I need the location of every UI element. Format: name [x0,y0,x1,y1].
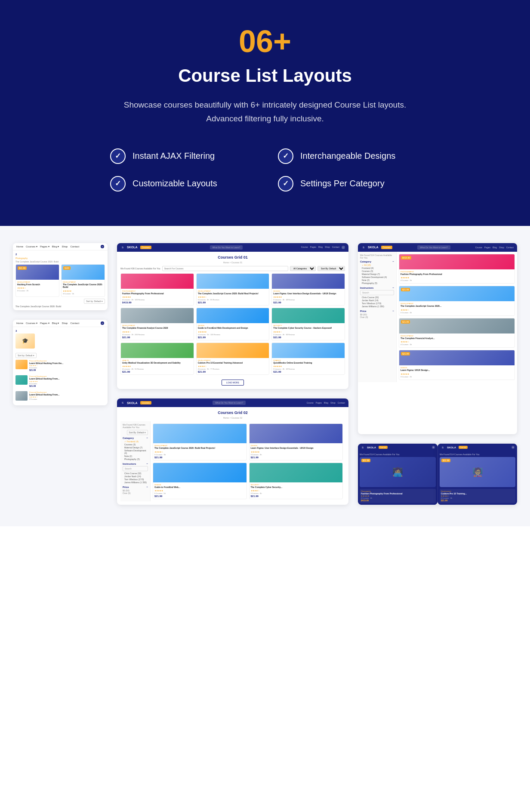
rt-cat-2[interactable]: Courses (3) [360,270,394,272]
search-input[interactable] [162,266,288,271]
nav-home-b: Home [16,322,23,324]
nav-contact-2[interactable]: Contact [338,401,345,404]
lb-thumb-3 [15,391,28,401]
sidebar-cat-5[interactable]: Note (2) [123,455,148,457]
sort-row: Sort By: Default ▾ [123,430,148,435]
sidebar-cat-2[interactable]: Courses (3) [123,443,148,446]
nav-course-2[interactable]: Course [307,401,314,404]
rbl-search-icon[interactable]: ⊙ [432,446,435,449]
sidebar-cat-6[interactable]: Photography (5) [123,458,148,460]
nav-blog-b[interactable]: Blog ▾ [52,321,59,324]
skola-name-r: SKOLA [368,246,379,249]
hero-title: Course List Layouts [17,65,513,86]
cg1-stars-3: ★★★★★ [273,296,343,298]
sort-select-b[interactable]: Sort by: Default ▾ [15,353,37,358]
nav-shop-2[interactable]: Shop [330,401,336,404]
load-more-btn[interactable]: LOAD MORE [222,380,244,386]
cat-toggle[interactable]: − [146,437,148,439]
meta-1: 3 Courses · 2h [17,290,58,292]
features-grid: Instant AJAX Filtering Interchangeable D… [110,148,420,191]
rt-cat-toggle[interactable]: − [392,260,394,263]
rt-inst-2[interactable]: Jordan Nash (14) [360,299,394,302]
cg1-stars-8: ★★★★☆ [198,365,268,367]
rn-pages[interactable]: Pages [484,246,490,249]
hero-description: Showcase courses beautifully with 6+ int… [110,98,420,126]
skola-name-2: SKOLA [127,401,138,404]
cg1-meta-5: 5 Lessons · 5h · 130 Reviews [198,333,268,336]
sidebar-inst-3[interactable]: Tom Villedoux (17/3) [123,478,148,481]
rn-blog[interactable]: Blog [493,246,497,249]
category-select[interactable]: All Categories [290,266,316,271]
rt-found: We Found 514 Courses Available For You [360,254,394,259]
grid02-2col: Development The Complete JavaScript Cour… [153,423,343,499]
rt-cat-6[interactable]: Photography (5) [360,282,394,284]
sidebar-inst-1[interactable]: Chris Course (32) [123,472,148,475]
rn-contact[interactable]: Contact [506,246,514,249]
course-g1-1: Photography Fashion Photography From Pro… [120,273,194,306]
rt-price-toggle[interactable]: − [392,310,394,312]
instructor-search[interactable]: Search [123,466,148,471]
course-title-full: The Complete JavaScript Course 2020: Bui… [15,260,105,263]
sidebar-cat-4[interactable]: Software Development (4) [123,449,148,454]
cg1-price-2: $21.99 [198,301,268,304]
nav-blog-2[interactable]: Blog [324,401,328,404]
nav-shop[interactable]: Shop [62,245,68,248]
cart-icon[interactable]: 🛒 [342,246,345,249]
rbr-course: Development Cubism Pro 10 Training... ★★… [440,489,515,503]
rt-inst-4[interactable]: James Williams (1 350) [360,305,394,308]
sidebar-inst-4[interactable]: James Williams (1 350) [123,481,148,484]
price-toggle[interactable]: − [146,486,148,488]
nav-blog[interactable]: Blog ▾ [52,245,59,248]
nav-shop-link[interactable]: Shop [325,246,330,249]
rn-course[interactable]: Course [475,246,482,249]
rt-cat-1[interactable]: Frontend (4) [360,267,394,269]
left-bottom-courses: Personal Development Learn Ethical Hacki… [15,360,105,403]
rt-cat-4[interactable]: Software Development (4) [360,276,394,278]
rn-shop[interactable]: Shop [499,246,504,249]
instructor-toggle[interactable]: − [146,463,148,465]
nav-pages[interactable]: Pages ▾ [40,245,49,248]
sort-select-g2[interactable]: Sort By: Default ▾ [127,430,148,435]
sort-select[interactable]: Sort by: Default ▾ [84,299,105,304]
rt-cat-5[interactable]: Note (2) [360,279,394,281]
nav-shop-b[interactable]: Shop [62,322,68,324]
price-1: $21.99 [18,266,27,270]
nav-pages-2[interactable]: Pages [316,401,322,404]
nav-blog-link[interactable]: Blog [318,246,323,249]
rbl-badge[interactable]: Courses [379,446,388,449]
sidebar-cat-1[interactable]: ✓ Frontend (4) [123,440,148,443]
courses-badge-r[interactable]: Courses [381,246,393,249]
rbr-badge[interactable]: Courses [459,446,468,449]
rt-cat-3[interactable]: Material Design (7) [360,273,394,275]
rt-inst-1[interactable]: Chris Course (32) [360,296,394,299]
nav-contact[interactable]: Contact [70,245,79,248]
nav-contact-link[interactable]: Contact [332,246,339,249]
nav-home: Home [16,245,23,248]
nav-pages-link[interactable]: Pages [310,246,316,249]
rt-cat-all[interactable]: ✓ All (15) [360,264,394,266]
price-2: $100 [63,266,71,270]
courses-nav-badge[interactable]: Courses [140,246,152,249]
nav-courses-b[interactable]: Courses ▾ [26,321,37,324]
sidebar-inst-2[interactable]: Jordan Nash (14) [123,475,148,478]
courses-nav-badge-2[interactable]: Courses [140,401,152,404]
sort-select-center[interactable]: Sort By: Default [317,266,345,271]
rt-inst-search[interactable]: Search [360,290,394,295]
lb-price-2: $21.99 [29,385,105,387]
search-r[interactable]: What Do You Want to Learn? [417,245,450,250]
cg1-price-1: $415.99 [122,301,192,304]
search-what[interactable]: What Do You Want to Learn? [210,245,243,250]
cg1-info-7: Health Unity Medical Visualization 3D De… [121,358,194,375]
nav-course-link[interactable]: Course [301,246,308,249]
rbr-search-icon[interactable]: ⊙ [512,446,515,449]
rt-price-section: Price − $0 (50) Over (6) [360,310,394,318]
sidebar-cat-3[interactable]: Material Design (7) [123,446,148,449]
center-top-nav: S SKOLA Courses What Do You Want to Lear… [117,243,348,252]
search-what-2[interactable]: What Do You Want to Learn? [213,401,246,405]
nav-pages-b[interactable]: Pages ▾ [40,321,49,324]
rt-inst-toggle[interactable]: − [392,287,394,289]
right-top-sidebar: We Found 514 Courses Available For You C… [358,252,397,382]
rt-inst-3[interactable]: Tom Villedoux (17/3) [360,302,394,305]
nav-contact-b[interactable]: Contact [70,322,79,324]
nav-courses[interactable]: Courses ▾ [26,245,37,248]
